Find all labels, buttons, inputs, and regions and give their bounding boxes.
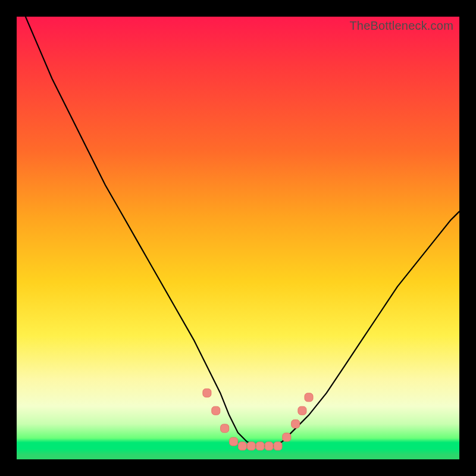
marker-point [238,442,246,450]
chart-frame: TheBottleneck.com [0,0,476,476]
plot-area: TheBottleneck.com [17,17,459,459]
marker-point [298,406,306,415]
chart-svg [17,17,459,459]
marker-point [274,442,282,450]
marker-point [292,420,300,428]
marker-point [305,393,313,402]
marker-point [221,424,229,433]
marker-point [265,442,273,450]
marker-point [283,433,291,441]
marker-point [247,442,255,450]
marker-point [230,437,238,446]
bottleneck-curve [26,17,459,446]
marker-point [203,389,211,397]
marker-point [212,406,220,415]
marker-point [256,442,264,450]
highlighted-points [203,389,313,450]
